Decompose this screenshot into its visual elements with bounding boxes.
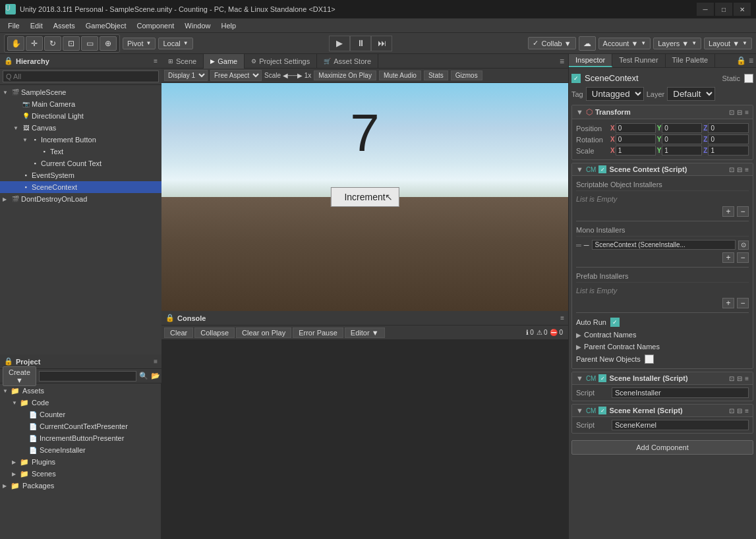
- minimize-button[interactable]: ─: [697, 3, 714, 16]
- hierarchy-item-directionallight[interactable]: 💡 Directional Light: [0, 110, 161, 122]
- inspector-menu-icon[interactable]: ≡: [749, 56, 753, 65]
- local-dropdown[interactable]: Local ▼: [158, 38, 192, 49]
- scriptable-add-btn[interactable]: +: [722, 206, 734, 217]
- display-select[interactable]: Display 1: [164, 70, 208, 81]
- menu-window[interactable]: Window: [179, 20, 216, 31]
- hierarchy-item-scenecontext[interactable]: ▪ SceneContext: [0, 181, 161, 193]
- pivot-dropdown[interactable]: Pivot ▼: [123, 38, 156, 49]
- si-icon-2[interactable]: ⊟: [737, 375, 742, 382]
- scene-kernel-header[interactable]: ▼ CM ✓ Scene Kernel (Script) ⊡ ⊟ ≡: [572, 405, 753, 417]
- scene-kernel-script-input[interactable]: [612, 420, 749, 430]
- aspect-select[interactable]: Free Aspect: [210, 70, 262, 81]
- hierarchy-item-dontdestroyonload[interactable]: ▶ 🎬 DontDestroyOnLoad: [0, 193, 161, 205]
- hand-tool[interactable]: ✋: [7, 36, 24, 51]
- gizmos-button[interactable]: Gizmos: [451, 71, 482, 80]
- tab-test-runner[interactable]: Test Runner: [612, 54, 665, 67]
- scene-context-header[interactable]: ▼ CM ✓ Scene Context (Script) ⊡ ⊟ ≡: [572, 163, 753, 176]
- position-y-input[interactable]: [662, 123, 702, 133]
- static-checkbox[interactable]: [744, 74, 753, 83]
- rotation-x-input[interactable]: [616, 134, 656, 144]
- hierarchy-expand-icon[interactable]: ≡: [154, 57, 158, 65]
- contract-names-row[interactable]: ▶ Contract Names: [576, 329, 749, 341]
- inspector-lock-icon[interactable]: 🔒: [736, 56, 746, 65]
- hierarchy-item-eventsystem[interactable]: ▪ EventSystem: [0, 169, 161, 181]
- menu-component[interactable]: Component: [131, 20, 179, 31]
- si-icon-1[interactable]: ⊡: [729, 375, 734, 382]
- account-dropdown[interactable]: Account ▼ ▼: [598, 38, 651, 49]
- parent-contract-names-row[interactable]: ▶ Parent Contract Names: [576, 341, 749, 353]
- tab-scene[interactable]: ⊞ Scene: [161, 54, 204, 69]
- sk-icon-2[interactable]: ⊟: [737, 407, 742, 414]
- si-enabled-checkbox[interactable]: ✓: [598, 374, 606, 382]
- tag-dropdown[interactable]: Untagged: [586, 87, 644, 101]
- console-clear-on-play-button[interactable]: Clear on Play: [236, 327, 291, 338]
- console-editor-button[interactable]: Editor ▼: [345, 327, 385, 338]
- mono-add-btn[interactable]: +: [722, 252, 734, 263]
- project-scenes-folder[interactable]: ▶ 📁 Scenes: [0, 468, 161, 480]
- rotation-y-input[interactable]: [662, 134, 702, 144]
- close-button[interactable]: ✕: [734, 3, 751, 16]
- mute-audio-button[interactable]: Mute Audio: [379, 71, 421, 80]
- menu-file[interactable]: File: [3, 20, 25, 31]
- project-counter-file[interactable]: 📄 Counter: [0, 409, 161, 420]
- scene-installer-header[interactable]: ▼ CM ✓ Scene Installer (Script) ⊡ ⊟ ≡: [572, 372, 753, 385]
- tab-game[interactable]: ▶ Game: [204, 54, 245, 69]
- tab-inspector[interactable]: Inspector: [569, 54, 612, 67]
- project-folder-icon[interactable]: 📂: [151, 372, 160, 380]
- hierarchy-item-canvas[interactable]: ▼ 🖼 Canvas: [0, 122, 161, 134]
- hierarchy-item-text[interactable]: ▪ Text: [0, 146, 161, 157]
- project-plugins-folder[interactable]: ▶ 📁 Plugins: [0, 456, 161, 468]
- sc-icon-3[interactable]: ≡: [745, 166, 749, 173]
- si-icon-3[interactable]: ≡: [745, 375, 749, 382]
- tab-asset-store[interactable]: 🛒 Asset Store: [317, 54, 378, 69]
- move-tool[interactable]: ✛: [26, 36, 43, 51]
- transform-tool[interactable]: ⊕: [100, 36, 117, 51]
- position-z-input[interactable]: [708, 123, 749, 133]
- increment-button[interactable]: Increment: [330, 187, 399, 207]
- menu-assets[interactable]: Assets: [48, 20, 80, 31]
- console-clear-button[interactable]: Clear: [164, 327, 193, 338]
- project-packages-folder[interactable]: ▶ 📁 Packages: [0, 480, 161, 492]
- maximize-on-play-button[interactable]: Maximize On Play: [314, 71, 376, 80]
- auto-run-checkbox[interactable]: ✓: [610, 318, 620, 327]
- layer-dropdown[interactable]: Default: [667, 87, 715, 101]
- add-component-button[interactable]: Add Component: [571, 440, 753, 455]
- menu-help[interactable]: Help: [216, 20, 241, 31]
- project-code-folder[interactable]: ▼ 📁 Code: [0, 397, 161, 409]
- prefab-remove-btn[interactable]: −: [737, 298, 749, 308]
- tab-tile-palette[interactable]: Tile Palette: [666, 54, 716, 67]
- mono-link-btn[interactable]: ⊙: [738, 241, 749, 250]
- parent-new-objects-checkbox[interactable]: [645, 355, 654, 364]
- stats-button[interactable]: Stats: [424, 71, 448, 80]
- play-button[interactable]: ▶: [329, 36, 350, 51]
- hierarchy-item-incrementbutton[interactable]: ▼ ▪ Increment Button: [0, 134, 161, 146]
- menu-edit[interactable]: Edit: [25, 20, 48, 31]
- layers-dropdown[interactable]: Layers ▼ ▼: [653, 38, 701, 49]
- layout-dropdown[interactable]: Layout ▼ ▼: [704, 38, 752, 49]
- cloud-button[interactable]: ☁: [579, 36, 596, 51]
- transform-icon-3[interactable]: ≡: [745, 109, 749, 116]
- sk-icon-3[interactable]: ≡: [745, 407, 749, 414]
- scale-x-input[interactable]: [616, 146, 656, 156]
- project-currentcounttextpresenter-file[interactable]: 📄 CurrentCountTextPresenter: [0, 420, 161, 432]
- project-search-input[interactable]: [39, 371, 136, 382]
- hierarchy-item-currentcounttext[interactable]: ▪ Current Count Text: [0, 157, 161, 169]
- scene-installer-script-input[interactable]: [612, 387, 749, 398]
- scriptable-remove-btn[interactable]: −: [737, 206, 749, 217]
- prefab-add-btn[interactable]: +: [722, 298, 734, 308]
- step-button[interactable]: ⏭: [371, 36, 392, 51]
- sk-enabled-checkbox[interactable]: ✓: [598, 407, 606, 414]
- scale-tool[interactable]: ⊡: [63, 36, 80, 51]
- tab-project-settings[interactable]: ⚙ Project Settings: [245, 54, 317, 69]
- project-menu-icon[interactable]: ≡: [154, 358, 158, 365]
- console-menu-icon[interactable]: ≡: [560, 314, 564, 322]
- pause-button[interactable]: ⏸: [350, 36, 371, 51]
- sc-icon-2[interactable]: ⊟: [737, 166, 742, 173]
- transform-header[interactable]: ▼ ⬡ Transform ⊡ ⊟ ≡: [572, 105, 753, 119]
- scale-z-input[interactable]: [708, 146, 749, 156]
- menu-gameobject[interactable]: GameObject: [80, 20, 132, 31]
- rotation-z-input[interactable]: [708, 134, 749, 144]
- project-create-button[interactable]: Create ▼: [3, 366, 36, 386]
- project-assets-folder[interactable]: ▼ 📁 Assets: [0, 385, 161, 397]
- hierarchy-search-input[interactable]: [3, 71, 159, 82]
